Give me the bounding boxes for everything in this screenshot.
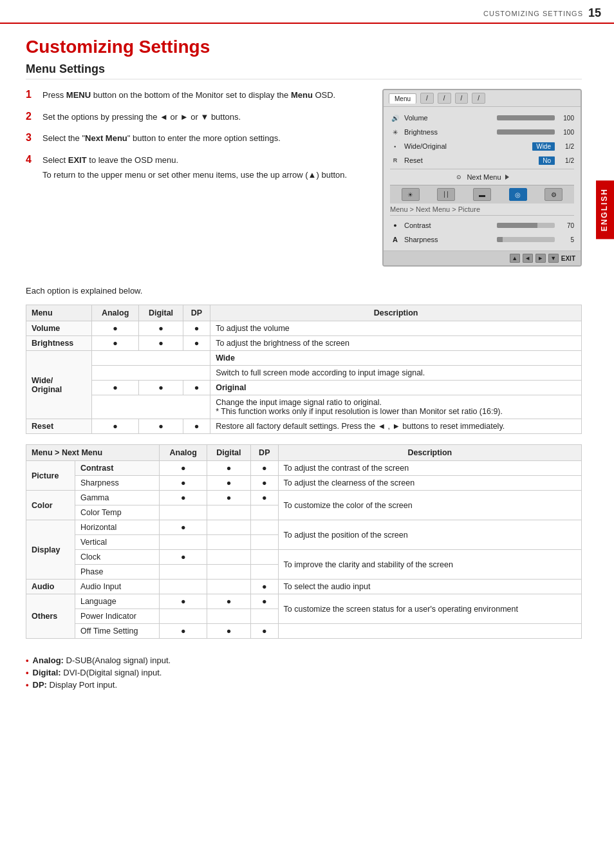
note-text-analog: Analog: D-SUB(Analog signal) input. bbox=[33, 656, 171, 665]
lang-dp: ● bbox=[251, 594, 278, 609]
col2-description: Description bbox=[278, 445, 581, 461]
reset-icon: R bbox=[390, 155, 400, 165]
power-analog bbox=[160, 609, 207, 624]
offtime-analog: ● bbox=[160, 624, 207, 639]
phase-analog bbox=[160, 565, 207, 580]
volume-digital: ● bbox=[139, 321, 183, 336]
col-description: Description bbox=[210, 305, 582, 321]
osd-contrast-label: Contrast bbox=[404, 222, 493, 229]
osd-icon-sun: ☀ bbox=[402, 188, 420, 201]
osd-row-brightness: ✳ Brightness 100 bbox=[390, 125, 574, 139]
osd-icon-gear: ⚙ bbox=[544, 188, 563, 201]
osd-volume-fill bbox=[497, 115, 555, 120]
step-text-4a: Select EXIT to leave the OSD menu. bbox=[42, 154, 347, 167]
item-gamma: Gamma bbox=[75, 491, 160, 505]
sharpness-icon: A bbox=[390, 234, 400, 245]
clock-digital bbox=[207, 550, 250, 565]
nav-left-btn[interactable]: ◄ bbox=[523, 254, 533, 263]
osd-menu-tabs: Menu / / / / bbox=[384, 90, 581, 107]
sharpness-desc: To adjust the clearness of the screen bbox=[278, 476, 581, 491]
colortemp-dp bbox=[251, 505, 278, 520]
osd-brightness-label: Brightness bbox=[404, 128, 493, 136]
note-text-dp: DP: Display Port input. bbox=[33, 680, 118, 690]
contrast-analog: ● bbox=[160, 461, 207, 476]
step-text-3: Select the "Next Menu" button to enter t… bbox=[42, 132, 281, 145]
osd-reset-select: No bbox=[539, 156, 555, 165]
osd-row-volume: 🔊 Volume 100 bbox=[390, 111, 574, 125]
osd-reset-label: Reset bbox=[404, 156, 535, 164]
nav-up-btn[interactable]: ▲ bbox=[510, 254, 520, 263]
osd-sharpness-fill bbox=[497, 237, 503, 242]
gamma-analog: ● bbox=[160, 491, 207, 505]
note-bullet-digital: • bbox=[26, 668, 29, 677]
table-row: Reset ● ● ● Restore all factory default … bbox=[26, 419, 582, 434]
col-digital: Digital bbox=[139, 305, 183, 321]
osd-brightness-fill bbox=[497, 129, 555, 135]
menu-volume: Volume bbox=[26, 321, 92, 336]
osd-brightness-bar bbox=[497, 129, 555, 135]
osd-wide-select: Wide bbox=[532, 142, 555, 151]
osd-row-sharpness: A Sharpness 5 bbox=[390, 232, 574, 247]
nav-down-btn[interactable]: ▼ bbox=[548, 254, 559, 263]
item-audio-input: Audio Input bbox=[75, 580, 160, 594]
page-number: 15 bbox=[588, 6, 601, 20]
step-number-1: 1 bbox=[26, 89, 36, 100]
table-row: Volume ● ● ● To adjust the volume bbox=[26, 321, 582, 336]
osd-tab-3: / bbox=[438, 93, 451, 104]
sharpness-dp: ● bbox=[251, 476, 278, 491]
osd-row-reset: R Reset No 1/2 bbox=[390, 153, 574, 167]
horiz-dp bbox=[251, 520, 278, 535]
osd-body: 🔊 Volume 100 ✳ Brightness bbox=[384, 107, 581, 250]
sharpness-digital: ● bbox=[207, 476, 250, 491]
contrast-dp: ● bbox=[251, 461, 278, 476]
page-title: Customizing Settings bbox=[26, 37, 582, 57]
contrast-icon: ● bbox=[390, 220, 400, 231]
col-menu-next: Menu > Next Menu bbox=[26, 445, 160, 461]
osd-tab-5: / bbox=[472, 93, 485, 104]
sharpness-analog: ● bbox=[160, 476, 207, 491]
reset-analog: ● bbox=[91, 419, 138, 434]
clock-dp bbox=[251, 550, 278, 565]
display-clarity-desc: To improve the clarity and stability of … bbox=[278, 550, 581, 580]
col2-analog: Analog bbox=[160, 445, 207, 461]
item-vertical: Vertical bbox=[75, 535, 160, 550]
vert-dp bbox=[251, 535, 278, 550]
language-side-tab: ENGLISH bbox=[596, 180, 614, 239]
osd-next-menu-row: ⊙ Next Menu bbox=[390, 169, 574, 185]
gamma-dp: ● bbox=[251, 491, 278, 505]
page-header: CUSTOMIZING SETTINGS 15 bbox=[0, 0, 614, 24]
vert-analog bbox=[160, 535, 207, 550]
next-menu-arrow bbox=[505, 175, 509, 180]
nav-right-btn[interactable]: ► bbox=[535, 254, 546, 263]
original-analog: ● bbox=[91, 381, 138, 395]
table-row: Switch to full screen mode according to … bbox=[26, 366, 582, 381]
osd-submenu-path: Menu > Next Menu > Picture bbox=[390, 203, 574, 216]
osd-display: Menu / / / / 🔊 Volume 100 bbox=[382, 89, 582, 267]
wide-empty bbox=[91, 351, 210, 366]
note-text-digital: Digital: DVI-D(Digital signal) input. bbox=[33, 668, 162, 677]
audio-digital bbox=[207, 580, 250, 594]
power-digital bbox=[207, 609, 250, 624]
osd-menu-tab: Menu bbox=[389, 93, 416, 104]
osd-column: Menu / / / / 🔊 Volume 100 bbox=[382, 89, 582, 267]
note-bullet-analog: • bbox=[26, 656, 29, 665]
osd-contrast-fill bbox=[497, 223, 537, 228]
osd-brightness-value: 100 bbox=[559, 129, 574, 136]
table-row: Audio Audio Input ● To select the audio … bbox=[26, 580, 582, 594]
item-clock: Clock bbox=[75, 550, 160, 565]
menu-reset: Reset bbox=[26, 419, 92, 434]
step-number-2: 2 bbox=[26, 111, 36, 122]
section-picture: Picture bbox=[26, 461, 75, 491]
horiz-digital bbox=[207, 520, 250, 535]
table-row: Color Gamma ● ● ● To customize the color… bbox=[26, 491, 582, 505]
reset-dp: ● bbox=[183, 419, 210, 434]
offtime-dp: ● bbox=[251, 624, 278, 639]
menu-wide-original: Wide/Original bbox=[26, 351, 92, 419]
audio-analog bbox=[160, 580, 207, 594]
footer-notes: • Analog: D-SUB(Analog signal) input. • … bbox=[26, 656, 582, 692]
original-label: Original bbox=[210, 381, 582, 395]
original-empty bbox=[91, 395, 210, 419]
table-row: Off Time Setting ● ● ● bbox=[26, 624, 582, 639]
table-row: Sharpness ● ● ● To adjust the clearness … bbox=[26, 476, 582, 491]
step-4: 4 Select EXIT to leave the OSD menu. To … bbox=[26, 154, 369, 182]
